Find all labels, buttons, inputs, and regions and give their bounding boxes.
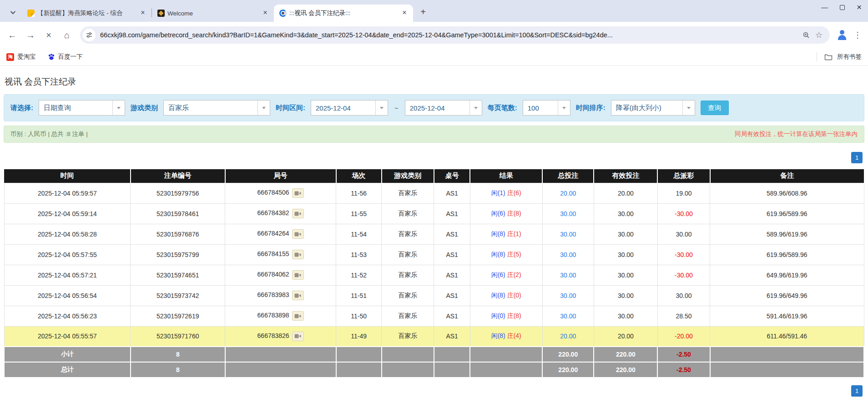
total-bet-link[interactable]: 20.00	[560, 332, 576, 340]
total-bet-link[interactable]: 30.00	[560, 210, 576, 217]
bookmark-star-icon[interactable]: ☆	[812, 29, 825, 41]
chevron-down-icon[interactable]	[682, 101, 695, 115]
video-replay-icon[interactable]	[292, 229, 304, 239]
header-result: 结果	[470, 169, 542, 183]
profile-avatar[interactable]	[835, 28, 849, 42]
close-tab-icon[interactable]: ×	[400, 9, 409, 17]
maximize-button[interactable]	[840, 5, 845, 10]
bookmark-taobao[interactable]: 淘 爱淘宝	[6, 53, 36, 61]
bookmark-baidu[interactable]: 百度一下	[48, 53, 83, 61]
result-banker: 庄(1)	[507, 230, 521, 237]
cell-table-no: AS1	[434, 285, 470, 306]
date-start-select[interactable]: 2025-12-04	[311, 100, 388, 116]
subtotal-row: 小计 8 220.00 220.00 -2.50	[4, 347, 864, 362]
cell-total-bet: 20.00	[542, 326, 594, 347]
cell-payout: -30.00	[657, 244, 710, 265]
chevron-down-icon[interactable]	[375, 101, 388, 115]
close-window-button[interactable]: ×	[857, 4, 862, 11]
cell-session: 11-55	[336, 203, 382, 224]
cell-game-type: 百家乐	[382, 244, 434, 265]
bet-records-table: 时间 注单编号 局号 场次 游戏类别 桌号 结果 总投注 有效投注 总派彩 备注…	[4, 169, 864, 378]
back-button[interactable]: ←	[5, 27, 20, 43]
forward-button[interactable]: →	[23, 27, 38, 43]
cell-valid-bet: 30.00	[594, 224, 657, 244]
video-replay-icon[interactable]	[292, 270, 304, 280]
total-bet-link[interactable]: 30.00	[560, 231, 576, 238]
cell-bet-id: 523015973742	[131, 285, 225, 306]
result-player: 闲(6)	[491, 210, 505, 217]
video-replay-icon[interactable]	[292, 209, 304, 218]
query-type-select[interactable]: 日期查询	[39, 100, 125, 116]
video-replay-icon[interactable]	[292, 188, 304, 198]
cell-result: 闲(8) 庄(4)	[470, 326, 542, 347]
video-replay-icon[interactable]	[292, 291, 304, 300]
table-row: 2025-12-04 05:58:28 523015976876 6667842…	[4, 224, 864, 244]
all-bookmarks-button[interactable]: 所有书签	[817, 52, 862, 61]
subtotal-payout: -2.50	[657, 347, 710, 362]
chevron-down-icon[interactable]	[558, 101, 570, 115]
chevron-down-icon[interactable]	[469, 101, 482, 115]
result-player: 闲(1)	[491, 189, 505, 196]
sort-select[interactable]: 降幂(由大到小)	[611, 100, 695, 116]
total-total-bet: 220.00	[542, 362, 594, 378]
total-label: 总计	[4, 362, 131, 378]
search-button[interactable]: 查询	[701, 101, 729, 115]
tab-forum[interactable]: 【新提醒】海燕策略论坛 - 综合 ×	[22, 5, 151, 22]
total-bet-link[interactable]: 20.00	[560, 190, 576, 197]
cell-result: 闲(8) 庄(0)	[470, 285, 542, 306]
video-replay-icon[interactable]	[292, 311, 304, 321]
cell-session: 11-54	[336, 224, 382, 244]
tab-welcome[interactable]: Welcome ×	[152, 5, 274, 22]
cell-note: 611.46/591.46	[710, 326, 864, 347]
cell-table-no: AS1	[434, 224, 470, 244]
cell-total-bet: 30.00	[542, 244, 594, 265]
table-header-row: 时间 注单编号 局号 场次 游戏类别 桌号 结果 总投注 有效投注 总派彩 备注	[4, 169, 864, 183]
new-tab-button[interactable]: +	[417, 5, 429, 18]
zoom-icon[interactable]	[800, 29, 812, 41]
folder-icon	[824, 54, 833, 60]
cell-round: 666783898	[225, 306, 336, 326]
total-bet-link[interactable]: 30.00	[560, 312, 576, 320]
page-1-button[interactable]: 1	[851, 385, 863, 397]
stop-loading-button[interactable]: ×	[41, 27, 56, 43]
minimize-button[interactable]: —	[821, 4, 828, 11]
cell-time: 2025-12-04 05:59:14	[4, 203, 131, 224]
browser-menu-icon[interactable]: ⋮	[852, 30, 863, 40]
cell-valid-bet: 30.00	[594, 244, 657, 265]
video-replay-icon[interactable]	[292, 332, 304, 341]
game-category-select[interactable]: 百家乐	[163, 100, 270, 116]
per-page-label: 每页笔数:	[488, 104, 517, 112]
browser-toolbar: ← → × ⌂ 66cxkj98.com/game/betrecord_sear…	[0, 22, 868, 48]
tab-bet-records-active[interactable]: :::视讯 会员下注纪录::: ×	[274, 5, 413, 22]
close-tab-icon[interactable]: ×	[139, 9, 147, 17]
chevron-down-icon[interactable]	[112, 101, 125, 115]
per-page-select[interactable]: 100	[523, 100, 570, 116]
close-tab-icon[interactable]: ×	[261, 9, 269, 17]
chevron-down-icon[interactable]	[257, 101, 270, 115]
cell-session: 11-56	[336, 183, 382, 203]
address-bar[interactable]: 66cxkj98.com/game/betrecord_search/kind3…	[80, 26, 830, 44]
tab-search-button[interactable]	[5, 6, 19, 18]
header-payout: 总派彩	[657, 169, 710, 183]
url-text[interactable]: 66cxkj98.com/game/betrecord_search/kind3…	[100, 31, 800, 39]
total-bet-link[interactable]: 30.00	[560, 272, 576, 279]
pagination-bottom: 1	[4, 385, 864, 397]
total-bet-link[interactable]: 30.00	[560, 292, 576, 299]
per-page-value: 100	[523, 101, 558, 115]
cell-payout: 30.00	[657, 285, 710, 306]
filter-bar: 请选择: 日期查询 游戏类别 百家乐 时间区间: 2025-12-04 ~ 20…	[4, 94, 864, 121]
page-1-button[interactable]: 1	[851, 152, 863, 163]
total-bet-link[interactable]: 30.00	[560, 251, 576, 258]
site-settings-icon[interactable]	[83, 29, 96, 41]
sort-label: 时间排序:	[576, 104, 606, 112]
tab-title: Welcome	[167, 10, 258, 17]
cell-table-no: AS1	[434, 306, 470, 326]
subtotal-count: 8	[131, 347, 225, 362]
date-end-select[interactable]: 2025-12-04	[405, 100, 482, 116]
home-button[interactable]: ⌂	[59, 27, 75, 43]
cell-note: 589.96/608.96	[710, 183, 864, 203]
cell-time: 2025-12-04 05:59:57	[4, 183, 131, 203]
cell-valid-bet: 30.00	[594, 306, 657, 326]
video-replay-icon[interactable]	[292, 250, 304, 259]
bookmark-label: 百度一下	[58, 53, 83, 61]
